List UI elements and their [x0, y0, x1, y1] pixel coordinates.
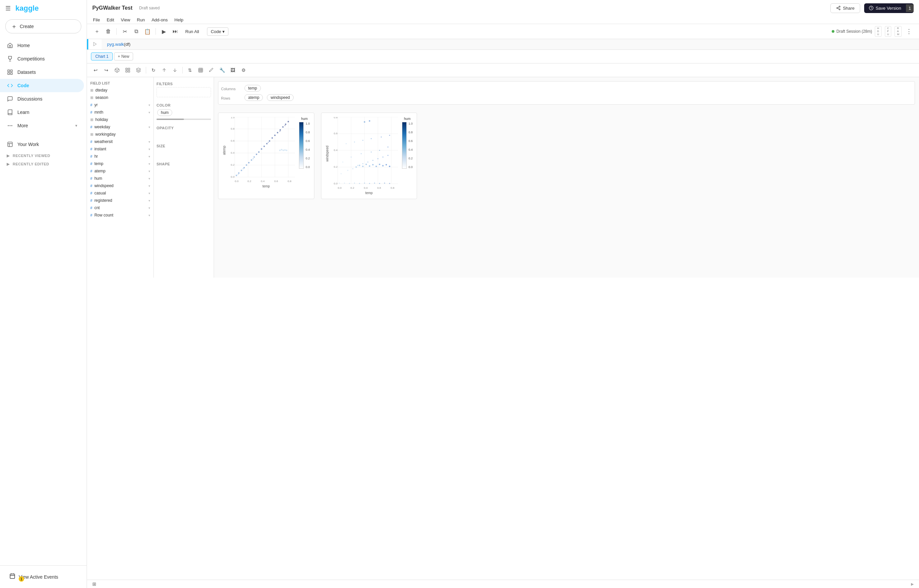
- resize-handle-right[interactable]: ▶: [911, 582, 914, 586]
- cpu-resource-button[interactable]: CPU: [885, 26, 891, 37]
- field-expand-chevron[interactable]: ▾: [149, 170, 150, 173]
- sidebar-item-more[interactable]: More ▾: [0, 119, 84, 132]
- redo-button[interactable]: ↪: [102, 66, 111, 75]
- menu-view[interactable]: View: [117, 16, 133, 24]
- more-options-button[interactable]: ⋮: [904, 27, 914, 36]
- field-expand-chevron[interactable]: ▾: [149, 206, 150, 210]
- sidebar-item-discussions[interactable]: Discussions: [0, 92, 84, 105]
- field-item-cnt[interactable]: #cnt▾: [87, 204, 154, 212]
- sort-v-button[interactable]: ⇅: [185, 66, 194, 75]
- sort-asc-button[interactable]: [159, 66, 169, 75]
- menu-run[interactable]: Run: [133, 16, 148, 24]
- chart-tab-1[interactable]: Chart 1: [91, 52, 113, 60]
- refresh-button[interactable]: ↻: [149, 66, 158, 75]
- sidebar-item-learn[interactable]: Learn: [0, 105, 84, 119]
- field-item-weathersit[interactable]: #weathersit▾: [87, 138, 154, 145]
- wrench-button[interactable]: 🔧: [217, 66, 227, 75]
- recently-viewed-expand[interactable]: ▶: [7, 153, 10, 158]
- fit-view-button[interactable]: [196, 66, 205, 75]
- field-expand-chevron[interactable]: ▾: [149, 155, 150, 158]
- filters-drop-zone[interactable]: [157, 87, 211, 97]
- view-active-events-button[interactable]: 1 View Active Events: [5, 570, 81, 584]
- cut-button[interactable]: ✂: [120, 27, 130, 36]
- sort-desc-button[interactable]: [170, 66, 180, 75]
- field-item-yr[interactable]: #yr▾: [87, 101, 154, 108]
- field-expand-chevron[interactable]: ▾: [149, 177, 150, 180]
- field-expand-chevron[interactable]: ▾: [149, 191, 150, 195]
- sidebar-item-code[interactable]: Code: [0, 79, 84, 92]
- add-cell-button[interactable]: ＋: [92, 27, 102, 36]
- hdu-resource-button[interactable]: HDU: [875, 26, 882, 37]
- new-chart-tab-button[interactable]: + New: [114, 52, 133, 60]
- rows-tag-windspeed[interactable]: windspeed: [267, 94, 293, 101]
- code-type-dropdown[interactable]: Code ▾: [207, 27, 229, 36]
- field-item-hr[interactable]: #hr▾: [87, 153, 154, 160]
- scatter-svg-1[interactable]: 0.0 0.2 0.4 0.6 0.8 0.0 0.2 0.4 0.6: [228, 117, 295, 184]
- field-expand-chevron[interactable]: ▾: [149, 140, 150, 144]
- menu-addons[interactable]: Add-ons: [148, 16, 171, 24]
- shape-drop-zone[interactable]: [157, 167, 211, 174]
- save-version-main[interactable]: Save Version: [864, 3, 906, 13]
- columns-tag-temp[interactable]: temp: [245, 85, 261, 92]
- sidebar-your-work[interactable]: Your Work: [0, 137, 84, 151]
- size-drop-zone[interactable]: [157, 149, 211, 156]
- field-item-dteday[interactable]: ⊞dteday: [87, 87, 154, 94]
- sidebar-item-home[interactable]: Home: [0, 39, 84, 52]
- field-item-holiday[interactable]: ⊞holiday: [87, 116, 154, 123]
- ram-resource-button[interactable]: RAM: [895, 26, 901, 37]
- selection-button[interactable]: [123, 66, 133, 75]
- color-slider-track[interactable]: [157, 119, 211, 120]
- run-all-button[interactable]: Run All: [182, 28, 202, 36]
- paste-button[interactable]: 📋: [143, 27, 152, 36]
- cell-code-content[interactable]: pyg.walk(df): [102, 39, 919, 50]
- field-expand-chevron[interactable]: ▾: [149, 213, 150, 217]
- opacity-drop-zone[interactable]: [157, 131, 211, 138]
- sidebar-item-competitions[interactable]: Competitions: [0, 52, 84, 66]
- field-item-weekday[interactable]: #weekday▾: [87, 123, 154, 131]
- save-version-num[interactable]: 1: [906, 4, 914, 12]
- color-tag[interactable]: hum: [157, 109, 172, 116]
- brush-select-button[interactable]: [207, 66, 216, 75]
- field-item-temp[interactable]: #temp▾: [87, 160, 154, 167]
- image-settings-button[interactable]: ⚙: [239, 66, 248, 75]
- run-cell-button[interactable]: ▶: [159, 27, 169, 36]
- field-item-casual[interactable]: #casual▾: [87, 189, 154, 197]
- scatter-svg-2[interactable]: 0.0 0.2 0.4 0.6 0.8 0.0 0.2 0.4 0.6: [331, 117, 398, 191]
- delete-cell-button[interactable]: 🗑: [104, 27, 113, 36]
- field-expand-chevron[interactable]: ▾: [149, 199, 150, 202]
- field-expand-chevron[interactable]: ▾: [149, 162, 150, 166]
- sidebar-item-datasets[interactable]: Datasets: [0, 66, 84, 79]
- copy-button[interactable]: ⧉: [131, 27, 141, 36]
- field-item-mnth[interactable]: #mnth▾: [87, 108, 154, 116]
- save-version-button[interactable]: Save Version 1: [864, 3, 914, 13]
- field-expand-chevron[interactable]: ▾: [149, 103, 150, 107]
- chart-type-3d-button[interactable]: [112, 66, 122, 75]
- field-item-workingday[interactable]: ⊞workingday: [87, 131, 154, 138]
- field-item-instant[interactable]: #instant▾: [87, 145, 154, 153]
- field-item-row-count[interactable]: #Row count▾: [87, 212, 154, 219]
- field-expand-chevron[interactable]: ▾: [149, 184, 150, 188]
- create-button[interactable]: ＋ Create: [5, 19, 81, 34]
- hamburger-icon[interactable]: ☰: [5, 5, 11, 12]
- field-item-season[interactable]: ⊞season: [87, 94, 154, 101]
- field-item-windspeed[interactable]: #windspeed▾: [87, 182, 154, 189]
- layers-button[interactable]: [134, 66, 143, 75]
- menu-help[interactable]: Help: [171, 16, 187, 24]
- kaggle-logo[interactable]: kaggle: [15, 4, 39, 13]
- recently-edited-expand[interactable]: ▶: [7, 162, 10, 166]
- menu-file[interactable]: File: [90, 16, 103, 24]
- field-expand-chevron[interactable]: ▾: [149, 111, 150, 114]
- fast-forward-button[interactable]: ⏭: [170, 27, 180, 36]
- field-expand-chevron[interactable]: ▾: [149, 125, 150, 129]
- terminal-icon[interactable]: ⊞: [92, 581, 96, 586]
- undo-button[interactable]: ↩: [91, 66, 100, 75]
- field-item-hum[interactable]: #hum▾: [87, 175, 154, 182]
- menu-edit[interactable]: Edit: [103, 16, 117, 24]
- share-button[interactable]: Share: [830, 3, 860, 13]
- field-item-registered[interactable]: #registered▾: [87, 197, 154, 204]
- field-item-atemp[interactable]: #atemp▾: [87, 167, 154, 175]
- field-expand-chevron[interactable]: ▾: [149, 147, 150, 151]
- rows-tag-atemp[interactable]: atemp: [245, 94, 263, 101]
- cell-run-button[interactable]: [88, 39, 102, 50]
- image-button[interactable]: 🖼: [228, 66, 237, 75]
